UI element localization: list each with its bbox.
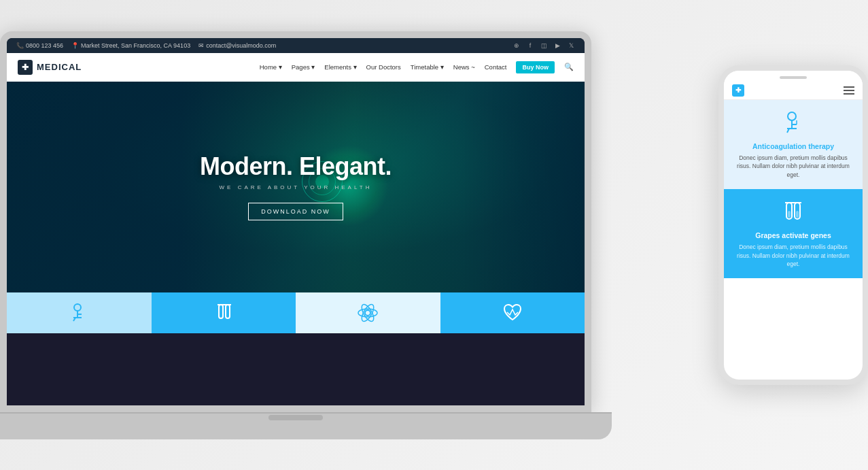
hero-download-button[interactable]: DOWNLOAD NOW: [248, 203, 343, 220]
svg-rect-23: [788, 211, 791, 218]
social-medium-icon[interactable]: ▶: [553, 41, 561, 50]
topbar-right: ⊕ f ◫ ▶ 𝕏: [513, 41, 575, 50]
phone-notch-area: [724, 71, 863, 82]
email-icon: ✉: [198, 42, 204, 49]
phone-card-1-icon: [732, 110, 854, 137]
phone-navbar: ✚: [724, 82, 863, 100]
phone-card-1-title: Anticoagulation therapy: [732, 142, 854, 150]
nav-contact[interactable]: Contact: [485, 63, 507, 71]
phone-logo-icon: ✚: [732, 84, 744, 97]
phone-icon: 📞: [16, 42, 24, 49]
hamburger-menu-icon[interactable]: [844, 86, 854, 95]
topbar-phone: 📞 0800 123 456: [16, 42, 63, 49]
svg-point-0: [74, 304, 81, 311]
nav-home[interactable]: Home ▾: [260, 63, 282, 71]
hero-content: Modern. Elegant. WE CARE ABOUT YOUR HEAL…: [7, 82, 585, 292]
svg-rect-24: [796, 211, 799, 218]
location-icon: 📍: [71, 42, 79, 49]
laptop-device: 📞 0800 123 456 📍 Market Street, San Fran…: [0, 31, 591, 439]
search-icon[interactable]: 🔍: [564, 63, 574, 71]
microscope-icon: [67, 301, 91, 325]
phone-card-2-title: Grapes activate genes: [732, 231, 854, 239]
laptop-body: 📞 0800 123 456 📍 Market Street, San Fran…: [0, 31, 591, 412]
phone-body: ✚ Anticoagulation therapy Donec i: [718, 65, 868, 385]
svg-rect-5: [219, 305, 223, 318]
nav-timetable[interactable]: Timetable ▾: [411, 63, 444, 71]
laptop-base: [0, 412, 612, 439]
nav-buy-now[interactable]: Buy Now: [516, 61, 555, 73]
phone-speaker: [780, 76, 807, 79]
logo-icon: ✚: [18, 60, 33, 75]
site-logo[interactable]: ✚ MEDICAL: [18, 60, 82, 75]
nav-pages[interactable]: Pages ▾: [292, 63, 315, 71]
phone-card-2: Grapes activate genes Donec ipsum diam, …: [724, 189, 863, 278]
topbar-left: 📞 0800 123 456 📍 Market Street, San Fran…: [16, 42, 276, 49]
hero-subtitle: WE CARE ABOUT YOUR HEALTH: [220, 184, 372, 190]
phone-card-1-text: Donec ipsum diam, pretium mollis dapibus…: [732, 154, 854, 180]
social-web-icon[interactable]: ⊕: [513, 41, 521, 50]
nav-menu: Home ▾ Pages ▾ Elements ▾ Our Doctors Ti…: [260, 61, 574, 73]
icon-bar-item-4[interactable]: [440, 292, 585, 333]
social-instagram-icon[interactable]: ◫: [540, 41, 548, 50]
nav-news[interactable]: News ~: [453, 63, 475, 71]
svg-rect-6: [226, 305, 230, 318]
topbar-email: ✉ contact@visualmodo.com: [198, 42, 276, 49]
svg-point-13: [788, 112, 796, 120]
svg-point-9: [365, 310, 370, 316]
test-tubes-icon: [211, 301, 236, 325]
phone-card-1: Anticoagulation therapy Donec ipsum diam…: [724, 100, 863, 189]
laptop-screen: 📞 0800 123 456 📍 Market Street, San Fran…: [7, 38, 585, 405]
icon-bar-item-3[interactable]: [296, 292, 440, 333]
hero-section: Modern. Elegant. WE CARE ABOUT YOUR HEAL…: [7, 82, 585, 292]
site-topbar: 📞 0800 123 456 📍 Market Street, San Fran…: [7, 38, 585, 53]
site-navbar: ✚ MEDICAL Home ▾ Pages ▾ Elements ▾ Our …: [7, 53, 585, 82]
social-facebook-icon[interactable]: f: [526, 41, 534, 50]
atom-icon: [355, 301, 380, 325]
icon-bar: [7, 292, 585, 333]
hero-title: Modern. Elegant.: [200, 153, 392, 180]
topbar-address: 📍 Market Street, San Francisco, CA 94103: [71, 42, 190, 49]
phone-device: ✚ Anticoagulation therapy Donec i: [718, 65, 868, 385]
phone-card-2-text: Donec ipsum diam, pretium mollis dapibus…: [732, 243, 854, 269]
nav-doctors[interactable]: Our Doctors: [366, 63, 401, 71]
social-twitter-icon[interactable]: 𝕏: [567, 41, 575, 50]
icon-bar-item-2[interactable]: [152, 292, 296, 333]
laptop-notch: [268, 415, 323, 420]
heart-icon: [500, 301, 525, 325]
nav-elements[interactable]: Elements ▾: [324, 63, 356, 71]
phone-card-2-icon: [732, 199, 854, 226]
icon-bar-item-1[interactable]: [7, 292, 152, 333]
